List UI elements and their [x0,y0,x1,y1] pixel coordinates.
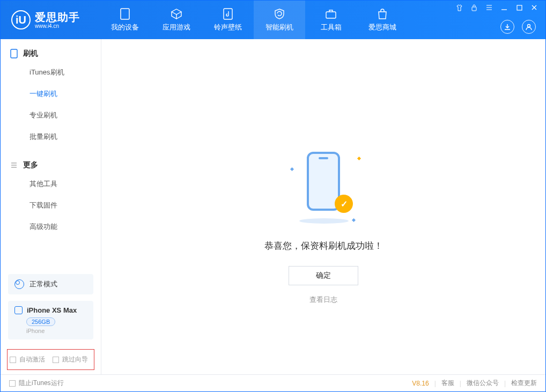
nav-ringtone-wallpaper[interactable]: 铃声壁纸 [202,1,254,39]
checkbox-icon [9,380,16,387]
nav-smart-flash[interactable]: 智能刷机 [254,1,305,39]
sidebar-group-more: 更多 [1,147,101,173]
view-log-link[interactable]: 查看日志 [309,295,337,305]
menu-icon[interactable] [485,4,493,11]
mode-label: 正常模式 [29,279,57,289]
device-type: iPhone [26,328,87,334]
svg-rect-0 [121,9,129,19]
footer-right: V8.16 | 客服 | 微信公众号 | 检查更新 [412,379,537,388]
device-mode[interactable]: 正常模式 [8,274,93,294]
sidebar: 刷机 iTunes刷机 一键刷机 专业刷机 批量刷机 更多 其他工具 下载固件 … [1,39,101,374]
success-illustration: ✓ [283,146,364,227]
list-icon [10,161,18,169]
download-icon[interactable] [500,20,514,34]
cube-icon [171,8,182,20]
options-highlight: 自动激活 跳过向导 [7,349,94,370]
sidebar-item-batch-flash[interactable]: 批量刷机 [1,126,101,147]
sidebar-item-itunes-flash[interactable]: iTunes刷机 [1,62,101,83]
checkbox-label: 自动激活 [19,355,45,364]
close-icon[interactable] [530,4,538,11]
sidebar-item-advanced[interactable]: 高级功能 [1,216,101,238]
nav-my-device[interactable]: 我的设备 [99,1,151,39]
header: iU 爱思助手 www.i4.cn 我的设备 应用游戏 铃声壁纸 智能刷机 [1,1,545,39]
briefcase-icon [325,8,337,20]
footer-link-support[interactable]: 客服 [441,379,454,388]
sidebar-item-other-tools[interactable]: 其他工具 [1,173,101,195]
logo[interactable]: iU 爱思助手 www.i4.cn [1,10,88,29]
ok-button[interactable]: 确定 [289,266,358,285]
device-small-icon [14,306,23,314]
svg-rect-2 [326,12,336,18]
device-capacity: 256GB [26,317,55,326]
mode-icon [14,279,24,289]
sidebar-group-flash: 刷机 [1,39,101,62]
app-subtitle: www.i4.cn [35,23,80,29]
lock-icon[interactable] [470,4,478,11]
body: 刷机 iTunes刷机 一键刷机 专业刷机 批量刷机 更多 其他工具 下载固件 … [1,39,545,374]
svg-rect-1 [224,9,232,19]
window-controls [448,1,545,14]
footer-link-update[interactable]: 检查更新 [511,379,537,388]
shirt-icon[interactable] [455,4,463,11]
refresh-shield-icon [274,8,285,20]
success-message: 恭喜您，保资料刷机成功啦！ [264,240,383,252]
svg-point-5 [528,25,530,27]
minimize-icon[interactable] [500,4,508,11]
version-label: V8.16 [412,380,429,387]
bag-icon [377,8,388,20]
nav-label: 爱思商城 [368,23,396,32]
check-icon: ✓ [335,195,353,213]
sidebar-item-download-firmware[interactable]: 下载固件 [1,195,101,216]
logo-icon: iU [11,10,31,29]
sidebar-item-oneclick-flash[interactable]: 一键刷机 [1,83,101,105]
phone-icon [10,49,18,58]
main-panel: ✓ 恭喜您，保资料刷机成功啦！ 确定 查看日志 [101,39,545,374]
app-window: iU 爱思助手 www.i4.cn 我的设备 应用游戏 铃声壁纸 智能刷机 [0,0,546,392]
sidebar-group-title: 刷机 [23,49,38,58]
nav-toolbox[interactable]: 工具箱 [305,1,357,39]
maximize-icon[interactable] [515,4,523,11]
checkbox-label: 跳过向导 [62,355,88,364]
checkbox-auto-activate[interactable]: 自动激活 [10,355,45,364]
footer-link-wechat[interactable]: 微信公众号 [467,379,499,388]
nav-label: 智能刷机 [265,23,293,32]
checkbox-icon [53,357,59,363]
checkbox-label: 阻止iTunes运行 [19,379,64,388]
music-file-icon [223,8,233,20]
nav-label: 我的设备 [111,23,139,32]
device-icon [120,8,130,20]
device-info[interactable]: iPhone XS Max 256GB iPhone [8,301,93,339]
nav-label: 工具箱 [321,23,342,32]
sidebar-item-pro-flash[interactable]: 专业刷机 [1,105,101,126]
footer: 阻止iTunes运行 V8.16 | 客服 | 微信公众号 | 检查更新 [1,374,545,391]
svg-rect-4 [517,5,522,10]
top-nav: 我的设备 应用游戏 铃声壁纸 智能刷机 工具箱 爱思商城 [99,1,408,39]
checkbox-icon [10,357,16,363]
svg-rect-3 [472,7,476,11]
checkbox-skip-guide[interactable]: 跳过向导 [53,355,88,364]
checkbox-block-itunes[interactable]: 阻止iTunes运行 [9,379,64,388]
user-icon[interactable] [522,20,536,34]
header-right [500,20,536,34]
nav-apps-games[interactable]: 应用游戏 [151,1,202,39]
svg-rect-6 [11,49,17,58]
sidebar-group-title: 更多 [23,160,38,170]
nav-label: 应用游戏 [163,23,190,32]
device-name: iPhone XS Max [27,306,77,314]
app-title: 爱思助手 [35,11,80,23]
nav-label: 铃声壁纸 [214,23,242,32]
nav-store[interactable]: 爱思商城 [357,1,408,39]
